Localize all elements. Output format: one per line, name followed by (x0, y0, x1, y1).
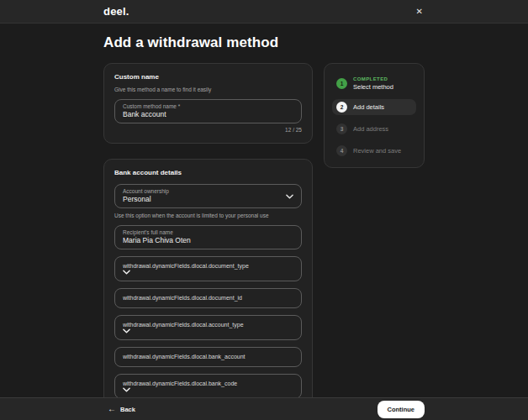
char-counter: 12 / 25 (114, 127, 302, 133)
bank-code-select[interactable]: withdrawal.dynamicFields.dlocal.bank_cod… (114, 374, 302, 399)
chevron-down-icon (123, 387, 293, 392)
form-column: Custom name Give this method a name to f… (103, 63, 313, 420)
back-arrow-icon: ← (108, 405, 116, 413)
step-3-circle: 3 (336, 123, 347, 134)
recipient-name-value: Maria Pia Chiva Oten (123, 236, 293, 245)
close-icon[interactable]: ✕ (414, 6, 425, 18)
account-type-select[interactable]: withdrawal.dynamicFields.dlocal.account_… (114, 315, 302, 340)
custom-name-card: Custom name Give this method a name to f… (103, 63, 313, 144)
stepper-card: 1 COMPLETED Select method 2 Add details … (324, 63, 425, 168)
custom-method-name-input[interactable]: Custom method name * Bank account (114, 99, 302, 123)
account-ownership-value: Personal (123, 195, 293, 204)
top-bar: deel. ✕ (0, 0, 528, 24)
bank-details-title: Bank account details (114, 169, 302, 176)
main-content: Add a withdrawal method Custom name Give… (0, 24, 528, 420)
chevron-down-icon (286, 194, 293, 199)
step-1-circle: 1 (336, 78, 347, 89)
deel-logo: deel. (103, 5, 129, 18)
page-title: Add a withdrawal method (103, 34, 425, 51)
step-1-status: COMPLETED (353, 76, 393, 81)
custom-method-name-value: Bank account (123, 110, 293, 119)
continue-button[interactable]: Continue (378, 401, 425, 418)
document-type-label: withdrawal.dynamicFields.dlocal.document… (123, 263, 293, 270)
account-ownership-label: Account ownership (123, 187, 293, 195)
document-type-select[interactable]: withdrawal.dynamicFields.dlocal.document… (114, 256, 302, 281)
step-4-circle: 4 (336, 145, 347, 156)
step-review-and-save[interactable]: 4 Review and save (332, 143, 416, 159)
custom-name-subtitle: Give this method a name to find it easil… (114, 87, 302, 92)
document-id-input[interactable]: withdrawal.dynamicFields.dlocal.document… (114, 288, 302, 308)
step-add-address[interactable]: 3 Add address (332, 121, 416, 137)
custom-name-title: Custom name (114, 73, 302, 81)
account-type-label: withdrawal.dynamicFields.dlocal.account_… (123, 322, 293, 328)
account-ownership-select[interactable]: Account ownership Personal (114, 184, 302, 208)
document-id-label: withdrawal.dynamicFields.dlocal.document… (123, 295, 293, 302)
bank-details-card: Bank account details Account ownership P… (103, 159, 313, 420)
step-2-label: Add details (353, 103, 384, 111)
bank-account-label: withdrawal.dynamicFields.dlocal.bank_acc… (123, 354, 293, 360)
step-3-label: Add address (353, 125, 388, 133)
chevron-down-icon (123, 270, 293, 275)
recipient-name-label: Recipient's full name (123, 228, 293, 236)
back-button[interactable]: ← Back (103, 405, 135, 413)
footer-bar: ← Back Continue (0, 397, 528, 420)
recipient-name-input[interactable]: Recipient's full name Maria Pia Chiva Ot… (114, 225, 302, 249)
bank-code-label: withdrawal.dynamicFields.dlocal.bank_cod… (123, 381, 293, 387)
bank-account-input[interactable]: withdrawal.dynamicFields.dlocal.bank_acc… (114, 347, 302, 367)
step-2-circle: 2 (336, 102, 347, 113)
step-1-label: Select method (353, 83, 393, 91)
step-select-method[interactable]: 1 COMPLETED Select method (332, 74, 416, 93)
back-button-label: Back (120, 406, 135, 413)
step-4-label: Review and save (353, 147, 401, 155)
ownership-helper-text: Use this option when the account is limi… (114, 213, 302, 218)
custom-method-name-label: Custom method name * (123, 102, 293, 110)
chevron-down-icon (123, 328, 293, 333)
step-add-details[interactable]: 2 Add details (332, 99, 416, 115)
